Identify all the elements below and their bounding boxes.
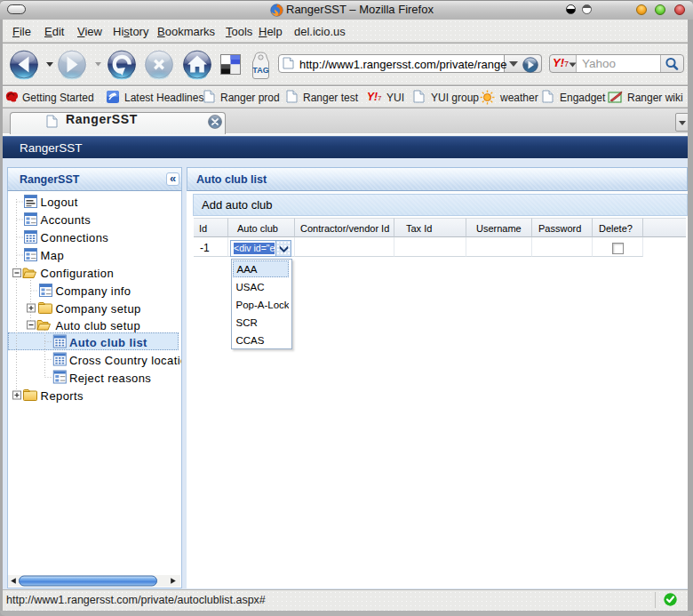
svg-text:TAG: TAG — [252, 66, 268, 75]
